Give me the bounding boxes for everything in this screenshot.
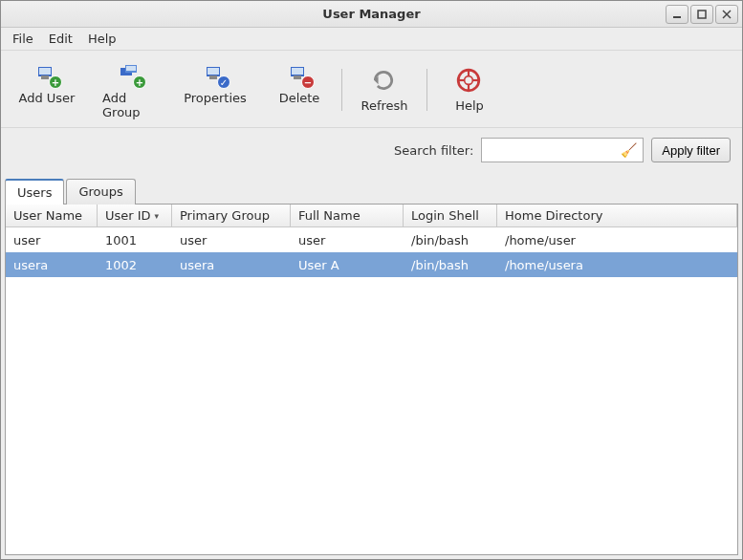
svg-rect-11 [208, 68, 219, 75]
cell-primary-group: user [172, 229, 291, 251]
toolbar: + Add User + Add Group ✓ Properties [1, 51, 742, 128]
window: User Manager File Edit Help + Add Us [0, 0, 743, 560]
cell-home-directory: /home/usera [497, 254, 737, 276]
toolbar-group-help: Help [431, 64, 508, 117]
toolbar-separator [426, 69, 427, 111]
help-label: Help [455, 98, 484, 113]
svg-point-18 [465, 75, 473, 84]
help-button[interactable]: Help [431, 64, 508, 117]
menubar: File Edit Help [1, 28, 742, 51]
refresh-icon [371, 68, 398, 95]
close-button[interactable] [715, 5, 738, 24]
col-home-directory[interactable]: Home Directory [497, 205, 737, 227]
delete-button[interactable]: − Delete [261, 56, 338, 123]
search-bar: Search filter: 🧹 Apply filter [1, 128, 742, 180]
col-full-name[interactable]: Full Name [291, 205, 404, 227]
svg-rect-9 [126, 66, 136, 71]
close-icon [722, 10, 732, 19]
toolbar-separator [341, 69, 342, 111]
toolbar-group-refresh: Refresh [346, 64, 423, 117]
table-row[interactable]: usera 1002 usera User A /bin/bash /home/… [6, 252, 737, 277]
menu-file[interactable]: File [7, 30, 39, 48]
refresh-button[interactable]: Refresh [346, 64, 423, 117]
svg-rect-12 [209, 75, 217, 79]
cell-full-name: user [291, 229, 404, 251]
properties-button[interactable]: ✓ Properties [177, 56, 253, 123]
col-login-shell[interactable]: Login Shell [404, 205, 497, 227]
help-icon [456, 68, 483, 95]
maximize-button[interactable] [690, 5, 713, 24]
cell-userid: 1001 [98, 229, 172, 251]
add-group-icon: + [118, 60, 144, 87]
maximize-icon [697, 10, 707, 19]
tab-groups[interactable]: Groups [66, 179, 135, 205]
menu-help[interactable]: Help [82, 30, 122, 48]
table-row[interactable]: user 1001 user user /bin/bash /home/user [6, 227, 737, 252]
cell-login-shell: /bin/bash [404, 254, 497, 276]
window-title: User Manager [1, 7, 742, 21]
cell-full-name: User A [291, 254, 404, 276]
sort-descending-icon: ▾ [155, 211, 160, 221]
titlebar: User Manager [1, 1, 742, 28]
search-label: Search filter: [394, 143, 473, 158]
properties-label: Properties [184, 91, 247, 105]
apply-filter-button[interactable]: Apply filter [651, 138, 731, 162]
properties-icon: ✓ [202, 60, 229, 87]
svg-rect-1 [698, 11, 706, 18]
minimize-icon [672, 10, 682, 19]
cell-primary-group: usera [172, 254, 291, 276]
svg-rect-14 [292, 68, 303, 75]
tab-users[interactable]: Users [5, 179, 64, 205]
window-controls [666, 5, 742, 24]
cell-username: usera [6, 254, 98, 276]
cell-home-directory: /home/user [497, 229, 737, 251]
add-user-icon: + [33, 60, 60, 87]
cell-userid: 1002 [98, 254, 172, 276]
svg-rect-15 [294, 75, 301, 79]
user-table: User Name User ID▾ Primary Group Full Na… [5, 204, 738, 555]
add-user-button[interactable]: + Add User [9, 56, 85, 123]
svg-rect-5 [39, 68, 51, 75]
col-username[interactable]: User Name [6, 205, 98, 227]
refresh-label: Refresh [361, 98, 407, 113]
col-userid[interactable]: User ID▾ [98, 205, 172, 227]
menu-edit[interactable]: Edit [43, 30, 78, 48]
clear-filter-icon[interactable]: 🧹 [621, 142, 637, 158]
tab-strip: Users Groups [1, 179, 742, 205]
toolbar-group-edit: + Add User + Add Group ✓ Properties [9, 56, 338, 123]
add-group-label: Add Group [102, 91, 160, 119]
search-input[interactable]: 🧹 [481, 138, 644, 162]
svg-rect-6 [41, 75, 49, 79]
col-primary-group[interactable]: Primary Group [172, 205, 291, 227]
cell-username: user [6, 229, 98, 251]
delete-icon: − [286, 60, 313, 87]
cell-login-shell: /bin/bash [404, 229, 497, 251]
add-user-label: Add User [19, 91, 76, 105]
add-group-button[interactable]: + Add Group [93, 56, 169, 123]
table-header: User Name User ID▾ Primary Group Full Na… [6, 205, 737, 227]
delete-label: Delete [279, 91, 320, 105]
minimize-button[interactable] [666, 5, 688, 24]
